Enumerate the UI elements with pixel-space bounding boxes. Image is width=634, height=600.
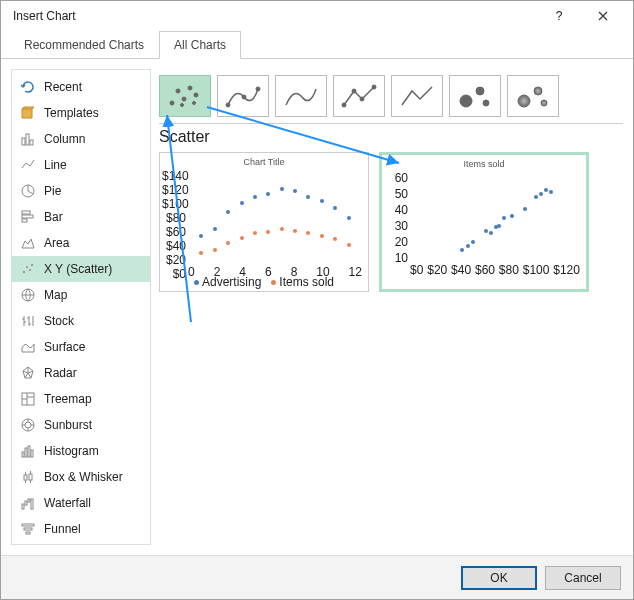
svg-rect-23 [28,499,30,502]
titlebar: Insert Chart ? [1,1,633,31]
tab-bar: Recommended Charts All Charts [1,31,633,59]
svg-rect-0 [22,138,25,145]
sidebar-item-map[interactable]: Map [12,282,150,308]
svg-point-39 [256,87,260,91]
svg-point-35 [181,104,184,107]
sidebar-item-box-whisker[interactable]: Box & Whisker [12,464,150,490]
sidebar-item-label: Histogram [44,444,99,458]
sidebar-item-label: Bar [44,210,63,224]
svg-rect-15 [22,452,24,457]
svg-rect-1 [26,134,29,145]
sidebar-item-label: Map [44,288,67,302]
svg-point-38 [242,95,246,99]
sidebar-item-waterfall[interactable]: Waterfall [12,490,150,516]
svg-point-10 [31,264,33,266]
svg-point-49 [541,100,547,106]
sidebar-item-funnel[interactable]: Funnel [12,516,150,542]
svg-rect-16 [25,448,27,457]
sidebar-item-area[interactable]: Area [12,230,150,256]
subtype-scatter-smooth-markers[interactable] [217,75,269,117]
sidebar-item-label: Pie [44,184,61,198]
sidebar-item-combo[interactable]: Combo [12,542,150,545]
sidebar-item-label: X Y (Scatter) [44,262,112,276]
svg-point-32 [182,97,186,101]
svg-point-14 [25,422,31,428]
cancel-button[interactable]: Cancel [545,566,621,590]
bar-icon [20,209,36,225]
svg-point-44 [460,95,472,107]
treemap-icon [20,391,36,407]
sidebar-item-pie[interactable]: Pie [12,178,150,204]
svg-rect-19 [24,475,27,480]
svg-rect-20 [29,474,32,480]
dialog-footer: OK Cancel [1,555,633,599]
sidebar-item-sunburst[interactable]: Sunburst [12,412,150,438]
sidebar-item-line[interactable]: Line [12,152,150,178]
close-button[interactable] [581,1,625,31]
preview2-plot [410,171,580,265]
line-icon [20,157,36,173]
svg-point-8 [26,266,28,268]
subtype-scatter-straight[interactable] [391,75,443,117]
tab-all-charts[interactable]: All Charts [159,31,241,59]
divider [159,123,623,124]
help-button[interactable]: ? [537,1,581,31]
sidebar-item-label: Surface [44,340,85,354]
ok-button[interactable]: OK [461,566,537,590]
recent-icon [20,79,36,95]
chart-type-list[interactable]: Recent Templates Column Line Pie Bar [11,69,151,545]
svg-point-33 [188,86,192,90]
svg-point-42 [360,97,364,101]
subtype-bubble-3d[interactable] [507,75,559,117]
subtype-bubble[interactable] [449,75,501,117]
sidebar-item-surface[interactable]: Surface [12,334,150,360]
svg-point-40 [342,103,346,107]
preview2-title: Items sold [382,159,586,169]
preview2-yticks: 605040302010 [384,171,408,265]
svg-rect-21 [22,504,24,509]
sidebar-item-bar[interactable]: Bar [12,204,150,230]
right-panel: Scatter Chart Title $140$120$100$80$60$4… [159,69,623,545]
scatter-icon [20,261,36,277]
svg-point-41 [352,89,356,93]
sidebar-item-label: Line [44,158,67,172]
sidebar-item-radar[interactable]: Radar [12,360,150,386]
sidebar-item-label: Funnel [44,522,81,536]
subtype-scatter-smooth[interactable] [275,75,327,117]
sidebar-item-templates[interactable]: Templates [12,100,150,126]
svg-point-47 [518,95,530,107]
svg-point-37 [226,103,230,107]
sidebar-item-histogram[interactable]: Histogram [12,438,150,464]
sidebar-item-label: Treemap [44,392,92,406]
sidebar-item-column[interactable]: Column [12,126,150,152]
map-icon [20,287,36,303]
preview2-xticks: $0$20$40$60$80$100$120 [410,263,580,277]
tab-recommended-charts[interactable]: Recommended Charts [9,31,159,59]
sidebar-item-label: Waterfall [44,496,91,510]
svg-rect-5 [22,215,33,218]
subtype-scatter-straight-markers[interactable] [333,75,385,117]
sidebar-item-recent[interactable]: Recent [12,74,150,100]
svg-rect-18 [31,450,33,457]
chart-previews: Chart Title $140$120$100$80$60$40$20$0 0… [159,152,623,292]
sidebar-item-label: Stock [44,314,74,328]
histogram-icon [20,443,36,459]
svg-point-9 [29,269,31,271]
radar-icon [20,365,36,381]
svg-rect-24 [31,499,33,509]
preview1-plot [188,169,362,267]
preview-chart-2[interactable]: Items sold 605040302010 $0$20$40$60$80$1… [379,152,589,292]
insert-chart-dialog: Insert Chart ? Recommended Charts All Ch… [0,0,634,600]
subtype-scatter[interactable] [159,75,211,117]
sidebar-item-label: Area [44,236,69,250]
sidebar-item-scatter[interactable]: X Y (Scatter) [12,256,150,282]
sidebar-item-stock[interactable]: Stock [12,308,150,334]
dialog-body: Recent Templates Column Line Pie Bar [1,59,633,555]
svg-rect-2 [30,140,33,145]
sidebar-item-treemap[interactable]: Treemap [12,386,150,412]
svg-rect-4 [22,211,30,214]
scatter-subtypes [159,69,623,119]
svg-point-31 [176,89,180,93]
subtype-heading: Scatter [159,126,623,152]
preview-chart-1[interactable]: Chart Title $140$120$100$80$60$40$20$0 0… [159,152,369,292]
